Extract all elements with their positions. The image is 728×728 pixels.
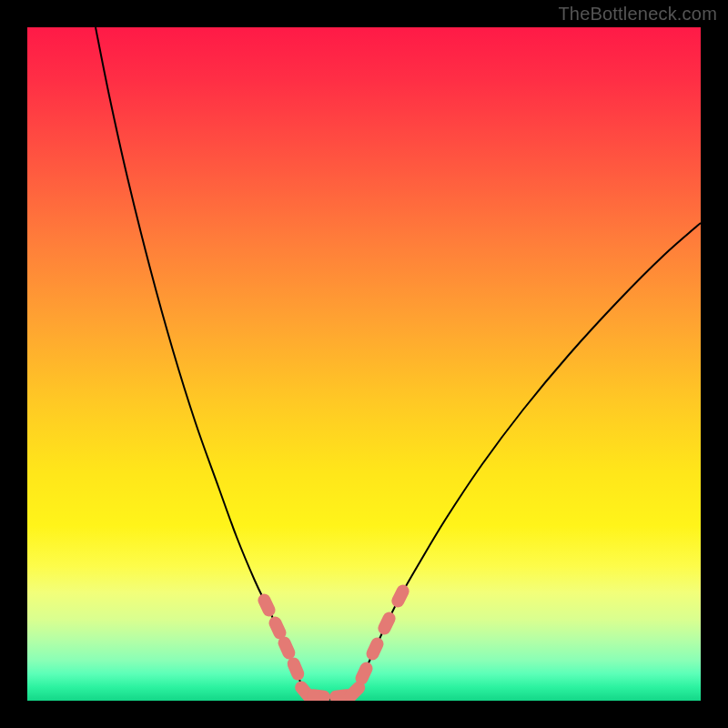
marker-dot xyxy=(256,592,278,618)
marker-dot xyxy=(389,582,411,610)
marker-dot xyxy=(364,635,386,662)
marker-dot xyxy=(376,610,398,637)
plot-area xyxy=(27,27,701,701)
marker-dot xyxy=(306,688,331,701)
marker-dot xyxy=(286,655,307,682)
series-right-curve xyxy=(355,223,701,696)
chart-frame: TheBottleneck.com xyxy=(0,0,728,728)
series-left-curve xyxy=(96,27,305,696)
watermark-text: TheBottleneck.com xyxy=(558,4,717,25)
curve-layer xyxy=(27,27,701,701)
